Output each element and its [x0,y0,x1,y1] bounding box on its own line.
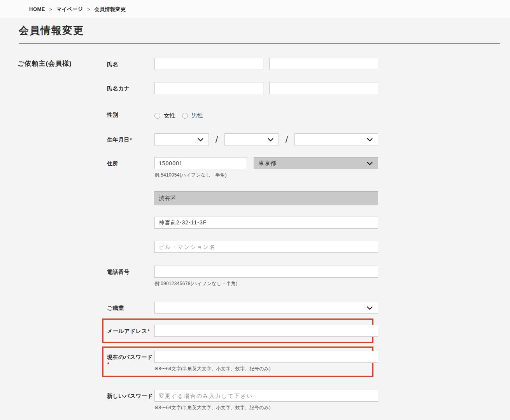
required-mark: * [147,328,150,334]
gender-female-label: 女性 [164,112,175,119]
current-password-input[interactable] [154,351,378,363]
occupation-select[interactable] [154,302,378,314]
prefecture-value: 東京都 [259,160,276,167]
phone-input[interactable] [154,266,378,278]
breadcrumb-separator-icon: > [49,7,52,12]
section-label-client: ご依頼主(会員様) [18,59,72,68]
birth-month-select[interactable] [224,133,279,145]
gender-option-male[interactable]: 男性 [182,112,203,119]
birth-year-select[interactable] [154,133,209,145]
name-row: 氏名 [107,58,389,70]
birthdate-label: 生年月日* [107,133,154,144]
new-password-input[interactable] [154,390,378,402]
breadcrumb-link-home[interactable]: HOME [29,6,45,12]
date-separator: / [279,133,294,145]
breadcrumb-separator-icon: > [88,7,90,12]
breadcrumb: HOME > マイページ > 会員情報変更 [0,0,510,18]
occupation-row: ご職業 [107,302,389,314]
gender-radio-male[interactable] [182,113,188,119]
postal-code-input[interactable] [154,157,247,169]
birth-day-select[interactable] [294,133,378,145]
email-row: メールアドレス* [107,325,363,337]
address-row: 住所 東京都 例:5410054(ハイフンなし・半角) [107,157,389,253]
prefecture-select: 東京都 [254,157,378,169]
current-password-highlight-box: 現在のパスワード* ※8〜64文字(半角英大文字、小文字、数字、記号のみ) [102,346,373,377]
email-label: メールアドレス* [107,325,154,335]
first-name-kana-input[interactable] [269,82,378,94]
name-kana-row: 氏名カナ [107,82,389,94]
page-title: 会員情報変更 [19,24,510,37]
building-input[interactable] [154,241,378,253]
birthdate-row: 生年月日* / / [107,133,389,145]
breadcrumb-current: 会員情報変更 [95,6,126,13]
required-mark: * [130,137,132,143]
last-name-kana-input[interactable] [154,82,263,94]
date-separator: / [209,133,224,145]
gender-male-label: 男性 [191,112,203,119]
required-mark: * [107,361,110,367]
new-password-row: 新しいパスワード ※8〜64文字(半角英大文字、小文字、数字、記号のみ) [107,390,389,411]
chevron-down-icon [198,138,203,141]
first-name-input[interactable] [269,58,378,70]
breadcrumb-link-mypage[interactable]: マイページ [56,6,83,13]
current-password-label: 現在のパスワード* [107,351,154,367]
new-password-hint: ※8〜64文字(半角英大文字、小文字、数字、記号のみ) [154,404,378,411]
gender-option-female[interactable]: 女性 [154,112,175,119]
name-kana-label: 氏名カナ [107,82,154,92]
phone-label: 電話番号 [107,266,154,276]
chevron-down-icon [367,161,373,165]
phone-hint: 例:09012345678(ハイフンなし・半角) [154,280,378,287]
gender-row: 性別 女性 男性 [107,111,389,119]
phone-row: 電話番号 例:09012345678(ハイフンなし・半角) [107,266,389,287]
chevron-down-icon [367,138,373,141]
current-password-hint: ※8〜64文字(半角英大文字、小文字、数字、記号のみ) [154,366,378,372]
postal-code-hint: 例:5410054(ハイフンなし・半角) [154,172,378,178]
address-label: 住所 [107,157,154,167]
name-label: 氏名 [107,58,154,68]
last-name-input[interactable] [154,58,263,70]
new-password-label: 新しいパスワード [107,390,154,400]
chevron-down-icon [268,138,273,141]
city-input [154,191,378,205]
chevron-down-icon [367,306,373,310]
email-highlight-box: メールアドレス* [102,318,373,343]
member-info-form: ご依頼主(会員様) 氏名 氏名カナ 性別 女性 [0,44,510,411]
email-input[interactable] [154,325,378,337]
street-input[interactable] [154,217,378,229]
gender-radio-female[interactable] [154,113,160,119]
gender-label: 性別 [107,111,154,119]
occupation-label: ご職業 [107,302,154,312]
current-password-row: 現在のパスワード* ※8〜64文字(半角英大文字、小文字、数字、記号のみ) [107,351,363,372]
